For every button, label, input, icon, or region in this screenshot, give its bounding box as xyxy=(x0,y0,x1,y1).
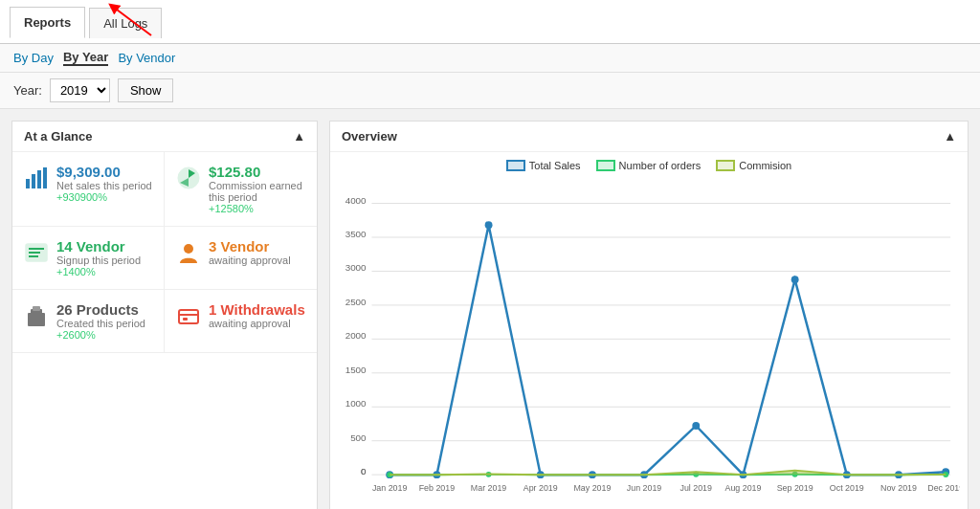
svg-rect-14 xyxy=(179,310,198,323)
stat-label-vendor-approval: awaiting approval xyxy=(209,254,291,266)
commission-icon xyxy=(176,166,201,196)
line-chart: 0 500 1000 1500 2000 2500 3000 3500 4000… xyxy=(330,175,968,509)
stat-label-commission: Commission earned this period xyxy=(209,180,305,203)
svg-text:Jun 2019: Jun 2019 xyxy=(627,483,662,493)
filter-by-day[interactable]: By Day xyxy=(13,51,54,65)
at-a-glance-header: At a Glance ▲ xyxy=(12,122,317,152)
withdrawals-icon xyxy=(176,303,201,334)
svg-text:Feb 2019: Feb 2019 xyxy=(419,483,456,493)
svg-text:Dec 2019: Dec 2019 xyxy=(927,483,964,493)
svg-text:May 2019: May 2019 xyxy=(573,483,611,493)
stat-value-commission: $125.80 xyxy=(209,164,305,180)
svg-text:Oct 2019: Oct 2019 xyxy=(830,483,864,493)
stat-label-withdrawals: awaiting approval xyxy=(209,318,305,329)
sales-icon xyxy=(24,166,49,196)
stat-info-products: 26 Products Created this period +2600% xyxy=(56,301,145,341)
legend-num-orders-box xyxy=(596,160,615,171)
stat-change-sales: +930900% xyxy=(56,191,152,203)
stat-change-products: +2600% xyxy=(56,329,145,341)
svg-rect-13 xyxy=(33,306,40,311)
products-icon xyxy=(24,303,49,334)
overview-collapse-icon[interactable]: ▲ xyxy=(944,129,956,144)
vendor-signup-icon xyxy=(24,240,49,271)
legend-commission-label: Commision xyxy=(739,160,791,171)
svg-rect-11 xyxy=(28,313,45,326)
svg-rect-9 xyxy=(29,255,38,257)
overview-title: Overview xyxy=(342,129,397,144)
tab-all-logs[interactable]: All Logs xyxy=(89,8,162,38)
stat-value-vendor-signup: 14 Vendor xyxy=(56,238,141,254)
svg-text:Nov 2019: Nov 2019 xyxy=(880,483,917,493)
stat-info-sales: $9,309.00 Net sales this period +930900% xyxy=(56,164,152,203)
stat-info-vendor-approval: 3 Vendor awaiting approval xyxy=(209,238,291,266)
stat-info-vendor-signup: 14 Vendor Signup this period +1400% xyxy=(56,238,141,277)
year-select[interactable]: 2019 xyxy=(50,78,110,102)
svg-rect-4 xyxy=(43,167,47,188)
stat-change-vendor-signup: +1400% xyxy=(56,266,141,277)
legend-total-sales-box xyxy=(506,160,525,171)
svg-text:Apr 2019: Apr 2019 xyxy=(523,483,558,493)
svg-text:2000: 2000 xyxy=(345,330,367,341)
svg-point-54 xyxy=(692,422,700,430)
svg-rect-8 xyxy=(29,252,40,254)
tab-reports[interactable]: Reports xyxy=(10,7,85,38)
legend-total-sales: Total Sales xyxy=(506,160,581,171)
show-button[interactable]: Show xyxy=(118,78,174,102)
legend-total-sales-label: Total Sales xyxy=(529,160,581,171)
chart-legend: Total Sales Number of orders Commision xyxy=(330,160,968,171)
stat-value-products: 26 Products xyxy=(56,301,145,318)
sub-filter-bar: By Day By Year By Vendor xyxy=(0,44,980,73)
svg-rect-3 xyxy=(37,170,41,188)
legend-commission-box xyxy=(716,160,735,171)
stat-value-withdrawals: 1 Withdrawals xyxy=(209,301,305,318)
svg-text:500: 500 xyxy=(350,432,367,443)
stat-value-sales: $9,309.00 xyxy=(56,164,152,180)
svg-text:3500: 3500 xyxy=(345,229,367,239)
svg-text:Mar 2019: Mar 2019 xyxy=(471,483,507,493)
svg-rect-1 xyxy=(26,179,30,188)
stat-value-vendor-approval: 3 Vendor xyxy=(209,238,291,254)
at-a-glance-collapse-icon[interactable]: ▲ xyxy=(293,129,305,144)
filter-by-vendor[interactable]: By Vendor xyxy=(118,51,175,65)
stat-grid: $9,309.00 Net sales this period +930900%… xyxy=(12,152,317,353)
svg-text:4000: 4000 xyxy=(345,195,367,206)
vendor-approval-icon xyxy=(176,240,201,271)
stat-cell-products: 26 Products Created this period +2600% xyxy=(12,290,165,353)
svg-text:0: 0 xyxy=(361,466,367,476)
svg-point-10 xyxy=(184,244,193,254)
svg-rect-2 xyxy=(32,174,35,188)
stat-cell-vendor-signup: 14 Vendor Signup this period +1400% xyxy=(12,227,165,290)
stat-cell-commission: $125.80 Commission earned this period +1… xyxy=(165,152,317,227)
at-a-glance-panel: At a Glance ▲ $9,309.00 Net sales this p… xyxy=(11,121,318,509)
main-content: At a Glance ▲ $9,309.00 Net sales this p… xyxy=(0,109,980,509)
year-label: Year: xyxy=(13,83,42,98)
overview-panel: Overview ▲ Total Sales Number of orders … xyxy=(329,121,969,509)
svg-text:Sep 2019: Sep 2019 xyxy=(777,483,813,493)
overview-header: Overview ▲ xyxy=(330,122,968,152)
stat-info-withdrawals: 1 Withdrawals awaiting approval xyxy=(209,301,305,329)
svg-text:2500: 2500 xyxy=(345,297,367,307)
stat-cell-withdrawals: 1 Withdrawals awaiting approval xyxy=(165,290,317,353)
svg-text:3000: 3000 xyxy=(345,262,367,273)
svg-rect-16 xyxy=(183,318,188,321)
svg-point-50 xyxy=(485,221,493,229)
stat-cell-vendor-approval: 3 Vendor awaiting approval xyxy=(165,227,317,290)
legend-commission: Commision xyxy=(716,160,791,171)
filter-by-year[interactable]: By Year xyxy=(63,50,108,66)
svg-text:1500: 1500 xyxy=(345,365,367,375)
svg-text:Jan 2019: Jan 2019 xyxy=(372,483,408,493)
stat-cell-sales: $9,309.00 Net sales this period +930900% xyxy=(12,152,165,227)
stat-label-vendor-signup: Signup this period xyxy=(56,254,141,266)
stat-info-commission: $125.80 Commission earned this period +1… xyxy=(209,164,305,214)
stat-label-sales: Net sales this period xyxy=(56,180,152,191)
stat-change-commission: +12580% xyxy=(209,203,305,214)
year-bar: Year: 2019 Show xyxy=(0,73,980,109)
svg-text:Aug 2019: Aug 2019 xyxy=(725,483,762,493)
stat-label-products: Created this period xyxy=(56,318,145,329)
svg-text:1000: 1000 xyxy=(345,398,367,409)
svg-point-56 xyxy=(791,276,799,283)
legend-num-orders-label: Number of orders xyxy=(619,160,702,171)
svg-rect-7 xyxy=(29,248,44,250)
top-bar: Reports All Logs xyxy=(0,0,980,44)
svg-text:Jul 2019: Jul 2019 xyxy=(679,483,712,493)
